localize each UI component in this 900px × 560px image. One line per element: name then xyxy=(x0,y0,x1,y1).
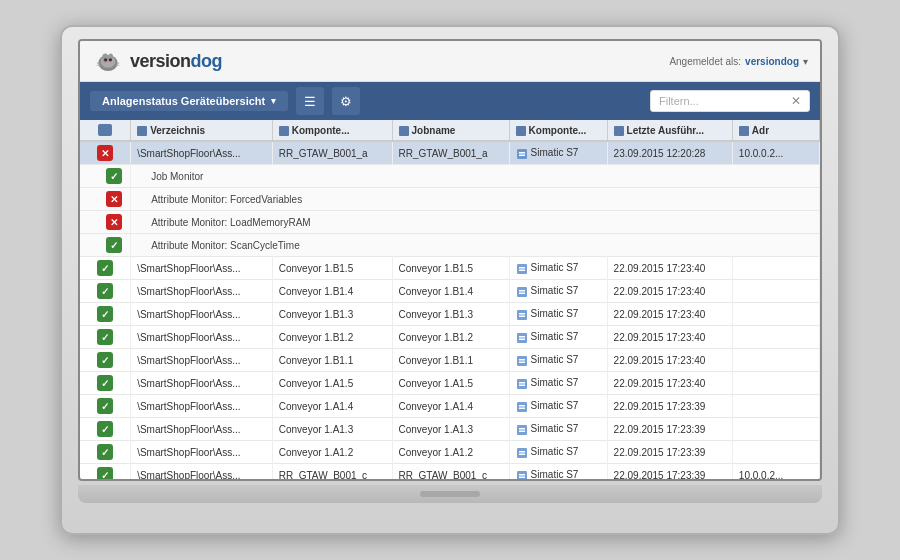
svg-rect-39 xyxy=(519,451,525,453)
comp-cell: Conveyor 1.B1.1 xyxy=(272,349,392,372)
sub-status-cell: ✓ xyxy=(80,234,131,257)
svg-point-5 xyxy=(109,58,112,61)
filter-input-area[interactable]: Filtern... ✕ xyxy=(650,90,810,112)
job-cell: Conveyor 1.B1.2 xyxy=(392,326,509,349)
nav-bar: Anlagenstatus Geräteübersicht ▾ ☰ ⚙ Filt… xyxy=(80,82,820,120)
sub-status-cell: ✕ xyxy=(80,211,131,234)
logo-text: versiondog xyxy=(130,51,222,72)
table-row[interactable]: ✕Attribute Monitor: ForcedVariables xyxy=(80,188,820,211)
menu-button[interactable]: ☰ xyxy=(296,87,324,115)
user-dropdown-arrow[interactable]: ▾ xyxy=(803,56,808,67)
settings-button[interactable]: ⚙ xyxy=(332,87,360,115)
svg-rect-15 xyxy=(519,267,525,269)
addr-cell xyxy=(732,280,819,303)
table-row[interactable]: ✓\SmartShopFloor\Ass...Conveyor 1.B1.4Co… xyxy=(80,280,820,303)
col-header-addr[interactable]: Adr xyxy=(732,120,819,141)
ok-status-icon: ✓ xyxy=(97,352,113,368)
comp2-cell: Simatic S7 xyxy=(509,280,607,303)
col-header-status[interactable] xyxy=(80,120,131,141)
col-header-job[interactable]: Jobname xyxy=(392,120,509,141)
job-cell: Conveyor 1.B1.4 xyxy=(392,280,509,303)
addr-cell: 10.0.0.2... xyxy=(732,464,819,479)
svg-rect-11 xyxy=(517,149,527,159)
nav-dropdown-arrow: ▾ xyxy=(271,96,276,106)
status-cell: ✓ xyxy=(80,257,131,280)
filter-placeholder: Filtern... xyxy=(659,95,699,107)
col-header-last[interactable]: Letzte Ausführ... xyxy=(607,120,732,141)
table-row[interactable]: ✓\SmartShopFloor\Ass...Conveyor 1.A1.2Co… xyxy=(80,441,820,464)
table-row[interactable]: ✓Job Monitor xyxy=(80,165,820,188)
svg-rect-26 xyxy=(517,356,527,366)
username[interactable]: versiondog xyxy=(745,56,799,67)
svg-point-6 xyxy=(106,61,111,64)
table-row[interactable]: ✓Attribute Monitor: ScanCycleTime xyxy=(80,234,820,257)
addr-cell xyxy=(732,372,819,395)
sub-row-label: Attribute Monitor: LoadMemoryRAM xyxy=(131,211,820,234)
svg-rect-32 xyxy=(517,402,527,412)
nav-title-button[interactable]: Anlagenstatus Geräteübersicht ▾ xyxy=(90,91,288,111)
table-row[interactable]: ✕Attribute Monitor: LoadMemoryRAM xyxy=(80,211,820,234)
svg-rect-34 xyxy=(519,407,525,409)
status-cell: ✓ xyxy=(80,326,131,349)
dog-icon xyxy=(92,47,124,75)
comp2-cell: Simatic S7 xyxy=(509,464,607,479)
dir-cell: \SmartShopFloor\Ass... xyxy=(131,303,273,326)
col-header-dir[interactable]: Verzeichnis xyxy=(131,120,273,141)
filter-clear-button[interactable]: ✕ xyxy=(791,94,801,108)
last-cell: 22.09.2015 17:23:39 xyxy=(607,418,732,441)
col-header-comp2[interactable]: Komponte... xyxy=(509,120,607,141)
dir-cell: \SmartShopFloor\Ass... xyxy=(131,418,273,441)
table-row[interactable]: ✕\SmartShopFloor\Ass...RR_GTAW_B001_aRR_… xyxy=(80,141,820,165)
svg-rect-37 xyxy=(519,430,525,432)
svg-rect-22 xyxy=(519,315,525,317)
dir-cell: \SmartShopFloor\Ass... xyxy=(131,349,273,372)
status-error-icon: ✕ xyxy=(106,191,122,207)
comp-cell: Conveyor 1.A1.5 xyxy=(272,372,392,395)
svg-rect-36 xyxy=(519,428,525,430)
comp-cell: RR_GTAW_B001_c xyxy=(272,464,392,479)
status-cell: ✕ xyxy=(80,141,131,165)
table-row[interactable]: ✓\SmartShopFloor\Ass...Conveyor 1.B1.3Co… xyxy=(80,303,820,326)
last-cell: 22.09.2015 17:23:40 xyxy=(607,349,732,372)
status-cell: ✓ xyxy=(80,280,131,303)
laptop-frame: versiondog Angemeldet als: versiondog ▾ … xyxy=(60,25,840,535)
svg-rect-13 xyxy=(519,154,525,156)
job-cell: Conveyor 1.A1.5 xyxy=(392,372,509,395)
table-row[interactable]: ✓\SmartShopFloor\Ass...Conveyor 1.B1.1Co… xyxy=(80,349,820,372)
addr-cell xyxy=(732,257,819,280)
filter-icon-status xyxy=(98,124,112,136)
table-row[interactable]: ✓\SmartShopFloor\Ass...Conveyor 1.B1.5Co… xyxy=(80,257,820,280)
ok-status-icon: ✓ xyxy=(97,306,113,322)
col-header-comp[interactable]: Komponte... xyxy=(272,120,392,141)
comp2-cell: Simatic S7 xyxy=(509,303,607,326)
addr-cell xyxy=(732,303,819,326)
filter-icon-comp xyxy=(279,126,289,136)
sub-row-label: Attribute Monitor: ScanCycleTime xyxy=(131,234,820,257)
last-cell: 22.09.2015 17:23:40 xyxy=(607,326,732,349)
comp2-cell: Simatic S7 xyxy=(509,441,607,464)
dir-cell: \SmartShopFloor\Ass... xyxy=(131,280,273,303)
svg-rect-40 xyxy=(519,453,525,455)
table-row[interactable]: ✓\SmartShopFloor\Ass...Conveyor 1.B1.2Co… xyxy=(80,326,820,349)
job-cell: Conveyor 1.B1.3 xyxy=(392,303,509,326)
simatic-icon xyxy=(516,470,528,479)
user-info: Angemeldet als: versiondog ▾ xyxy=(669,56,808,67)
svg-rect-24 xyxy=(519,336,525,338)
simatic-icon xyxy=(516,447,528,459)
status-error-icon: ✕ xyxy=(106,214,122,230)
status-cell: ✓ xyxy=(80,441,131,464)
job-cell: Conveyor 1.A1.4 xyxy=(392,395,509,418)
status-cell: ✓ xyxy=(80,395,131,418)
table-container: Verzeichnis Komponte... Jobname Komponte… xyxy=(80,120,820,479)
table-row[interactable]: ✓\SmartShopFloor\Ass...Conveyor 1.A1.4Co… xyxy=(80,395,820,418)
job-cell: RR_GTAW_B001_c xyxy=(392,464,509,479)
filter-icon-dir xyxy=(137,126,147,136)
comp-cell: Conveyor 1.A1.2 xyxy=(272,441,392,464)
comp2-cell: Simatic S7 xyxy=(509,372,607,395)
comp-cell: RR_GTAW_B001_a xyxy=(272,141,392,165)
table-row[interactable]: ✓\SmartShopFloor\Ass...RR_GTAW_B001_cRR_… xyxy=(80,464,820,479)
table-row[interactable]: ✓\SmartShopFloor\Ass...Conveyor 1.A1.3Co… xyxy=(80,418,820,441)
svg-rect-20 xyxy=(517,310,527,320)
job-cell: Conveyor 1.A1.3 xyxy=(392,418,509,441)
table-row[interactable]: ✓\SmartShopFloor\Ass...Conveyor 1.A1.5Co… xyxy=(80,372,820,395)
